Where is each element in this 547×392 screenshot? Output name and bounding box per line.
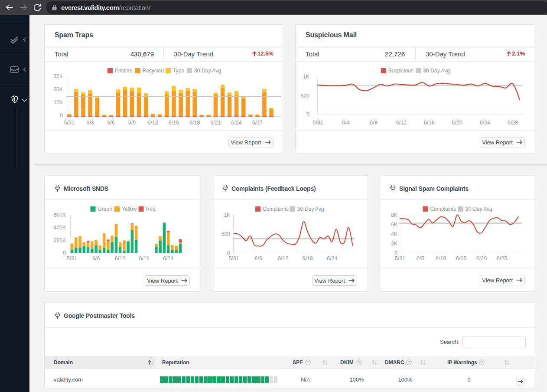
svg-text:5/31: 5/31 bbox=[313, 120, 323, 126]
svg-text:5/31: 5/31 bbox=[64, 120, 75, 126]
svg-text:6/15: 6/15 bbox=[456, 255, 466, 261]
svg-text:5/31: 5/31 bbox=[395, 255, 405, 261]
svg-text:6/24: 6/24 bbox=[327, 255, 337, 261]
svg-text:6/6: 6/6 bbox=[255, 255, 262, 261]
svg-text:6/8: 6/8 bbox=[370, 120, 377, 126]
svg-text:6/4: 6/4 bbox=[342, 120, 349, 126]
svg-text:6/18: 6/18 bbox=[139, 255, 149, 261]
svg-text:500: 500 bbox=[301, 93, 309, 99]
svg-text:Typo: Typo bbox=[173, 68, 184, 74]
svg-text:6/12: 6/12 bbox=[278, 255, 288, 261]
svg-text:?: ? bbox=[307, 360, 309, 364]
svg-text:Complaints: Complaints bbox=[430, 206, 456, 212]
svg-text:30-Day Avg.: 30-Day Avg. bbox=[194, 68, 222, 74]
svg-text:6K: 6K bbox=[391, 222, 397, 228]
svg-text:6/27: 6/27 bbox=[252, 120, 263, 126]
svg-text:600K: 600K bbox=[54, 212, 66, 218]
svg-text:6/9: 6/9 bbox=[128, 120, 136, 126]
svg-text:Recycled: Recycled bbox=[143, 68, 164, 74]
svg-text:6/16: 6/16 bbox=[424, 120, 434, 126]
svg-text:?: ? bbox=[358, 360, 360, 364]
svg-text:6/12: 6/12 bbox=[396, 120, 407, 126]
svg-text:6/15: 6/15 bbox=[169, 120, 179, 126]
svg-text:Pristine: Pristine bbox=[115, 68, 132, 74]
svg-text:5/31: 5/31 bbox=[228, 255, 239, 261]
svg-text:Green: Green bbox=[98, 206, 112, 212]
svg-text:Red: Red bbox=[146, 206, 156, 212]
svg-text:2K: 2K bbox=[391, 241, 397, 247]
svg-text:6/21: 6/21 bbox=[210, 120, 221, 126]
svg-text:6/12: 6/12 bbox=[148, 120, 158, 126]
svg-text:?: ? bbox=[481, 360, 483, 364]
svg-text:400K: 400K bbox=[54, 225, 66, 231]
svg-text:0: 0 bbox=[60, 112, 63, 118]
svg-text:6/5: 6/5 bbox=[417, 255, 424, 261]
svg-text:4K: 4K bbox=[391, 231, 397, 237]
svg-text:6/18: 6/18 bbox=[303, 255, 313, 261]
svg-text:0: 0 bbox=[63, 250, 66, 256]
svg-text:30-Day Avg.: 30-Day Avg. bbox=[297, 206, 326, 212]
svg-text:6/24: 6/24 bbox=[480, 120, 490, 126]
svg-text:30K: 30K bbox=[54, 73, 63, 79]
svg-text:6/24: 6/24 bbox=[231, 120, 242, 126]
svg-text:30-Day Avg.: 30-Day Avg. bbox=[423, 68, 451, 74]
svg-text:200K: 200K bbox=[54, 237, 66, 243]
svg-text:1K: 1K bbox=[303, 74, 309, 80]
svg-text:6/12: 6/12 bbox=[115, 255, 125, 261]
svg-text:6/25: 6/25 bbox=[497, 255, 507, 261]
svg-text:6/28: 6/28 bbox=[508, 120, 518, 126]
svg-text:10K: 10K bbox=[54, 99, 63, 105]
svg-text:5/31: 5/31 bbox=[67, 255, 77, 261]
svg-text:6/20: 6/20 bbox=[452, 120, 462, 126]
svg-text:6/18: 6/18 bbox=[189, 120, 200, 126]
svg-text:6/6: 6/6 bbox=[107, 120, 115, 126]
svg-text:6/24: 6/24 bbox=[163, 255, 173, 261]
svg-text:1K: 1K bbox=[224, 212, 230, 218]
svg-text:20K: 20K bbox=[54, 86, 63, 92]
svg-text:?: ? bbox=[408, 360, 410, 364]
svg-text:6/3: 6/3 bbox=[86, 120, 94, 126]
svg-text:6/6: 6/6 bbox=[92, 255, 100, 261]
svg-text:0: 0 bbox=[306, 111, 309, 118]
svg-text:30-Day Avg.: 30-Day Avg. bbox=[466, 206, 494, 212]
svg-text:Complaints: Complaints bbox=[263, 206, 289, 212]
svg-text:6/10: 6/10 bbox=[436, 255, 446, 261]
svg-text:Yellow: Yellow bbox=[122, 206, 137, 212]
svg-text:6/20: 6/20 bbox=[476, 255, 487, 261]
svg-text:Suspicious: Suspicious bbox=[388, 68, 414, 74]
svg-text:8K: 8K bbox=[391, 212, 397, 218]
svg-text:500: 500 bbox=[221, 231, 230, 237]
